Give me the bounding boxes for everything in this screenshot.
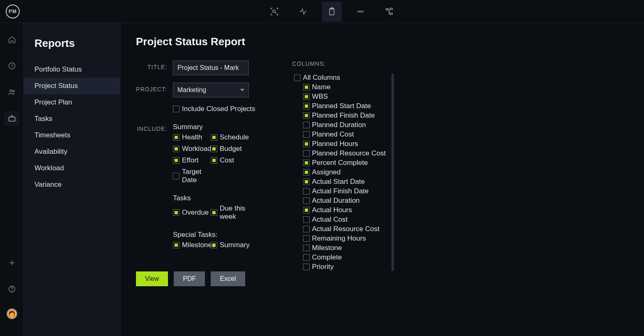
- checkbox-icon: [303, 264, 310, 270]
- pdf-button[interactable]: PDF: [174, 271, 205, 286]
- column-actual-finish-date-checkbox[interactable]: Actual Finish Date: [294, 187, 386, 195]
- sidebar-item-workload[interactable]: Workload: [24, 160, 120, 176]
- column-actual-duration-checkbox[interactable]: Actual Duration: [294, 197, 386, 205]
- include-schedule-checkbox[interactable]: Schedule: [211, 133, 248, 141]
- checkbox-icon: [303, 141, 310, 147]
- checkbox-icon: [211, 209, 217, 216]
- column-planned-duration-checkbox[interactable]: Planned Duration: [294, 121, 386, 129]
- column-complete-checkbox[interactable]: Complete: [294, 253, 386, 262]
- sidebar-title: Reports: [24, 35, 120, 61]
- checkbox-icon: [303, 103, 310, 109]
- briefcase-icon[interactable]: [5, 111, 19, 126]
- column-actual-resource-cost-checkbox[interactable]: Actual Resource Cost: [294, 225, 386, 233]
- logo-text: PM: [9, 9, 17, 14]
- checkbox-icon: [211, 242, 217, 248]
- people-icon[interactable]: [5, 85, 19, 100]
- checkbox-icon: [303, 216, 310, 223]
- search-scan-icon[interactable]: [264, 2, 284, 21]
- excel-button[interactable]: Excel: [211, 271, 245, 286]
- title-label: TITLE:: [136, 60, 173, 70]
- checkbox-icon: [303, 226, 310, 232]
- help-icon[interactable]: [5, 282, 19, 297]
- columns-scroll[interactable]: All ColumnsNameWBSPlanned Start DatePlan…: [292, 74, 394, 271]
- checkbox-icon: [303, 122, 310, 128]
- project-label: PROJECT:: [136, 83, 173, 93]
- tree-icon[interactable]: [380, 2, 399, 21]
- column-planned-finish-date-checkbox[interactable]: Planned Finish Date: [294, 111, 386, 120]
- column-remaining-hours-checkbox[interactable]: Remaining Hours: [294, 234, 386, 243]
- sidebar-item-portfolio-status[interactable]: Portfolio Status: [24, 61, 120, 78]
- svg-point-12: [12, 291, 12, 291]
- include-milestones-checkbox[interactable]: Milestones: [173, 241, 211, 249]
- include-effort-checkbox[interactable]: Effort: [173, 156, 211, 165]
- column-planned-hours-checkbox[interactable]: Planned Hours: [294, 140, 386, 148]
- minus-icon[interactable]: [351, 2, 370, 21]
- home-icon[interactable]: [5, 32, 19, 47]
- include-summary-checkbox[interactable]: Summary: [211, 241, 248, 249]
- include-closed-projects-checkbox[interactable]: Include Closed Projects: [173, 105, 255, 113]
- chevron-down-icon: [240, 89, 244, 91]
- checkbox-icon: [173, 209, 179, 216]
- project-value: Marketing: [177, 86, 206, 94]
- checkbox-icon: [173, 242, 179, 248]
- svg-rect-10: [9, 117, 15, 121]
- sidebar-item-timesheets[interactable]: Timesheets: [24, 127, 120, 144]
- include-group-1: Tasks: [173, 194, 248, 202]
- project-select[interactable]: Marketing: [173, 83, 249, 97]
- columns-panel: COLUMNS: All ColumnsNameWBSPlanned Start…: [292, 60, 394, 286]
- main-area: 🧑 Reports Portfolio StatusProject Status…: [0, 23, 644, 336]
- clipboard-icon[interactable]: [322, 2, 342, 21]
- sidebar-item-variance[interactable]: Variance: [24, 176, 120, 193]
- nav-rail: 🧑: [0, 23, 24, 336]
- include-due-this-week-checkbox[interactable]: Due this week: [211, 204, 248, 221]
- column-planned-resource-cost-checkbox[interactable]: Planned Resource Cost: [294, 149, 386, 158]
- include-overdue-checkbox[interactable]: Overdue: [173, 204, 211, 221]
- columns-label: COLUMNS:: [292, 60, 394, 67]
- column-actual-hours-checkbox[interactable]: Actual Hours: [294, 206, 386, 214]
- include-cost-checkbox[interactable]: Cost: [211, 156, 248, 165]
- column-assigned-checkbox[interactable]: Assigned: [294, 168, 386, 176]
- sidebar-item-project-status[interactable]: Project Status: [24, 78, 120, 94]
- checkbox-icon: [211, 146, 217, 152]
- checkbox-icon: [303, 169, 310, 176]
- column-name-checkbox[interactable]: Name: [294, 83, 386, 91]
- include-group-0: Summary: [173, 123, 248, 131]
- sidebar-item-availability[interactable]: Availability: [24, 144, 120, 160]
- checkbox-icon: [173, 146, 179, 152]
- checkbox-icon: [173, 134, 179, 141]
- column-milestone-checkbox[interactable]: Milestone: [294, 244, 386, 252]
- checkbox-icon: [173, 157, 179, 164]
- checkbox-icon: [303, 245, 310, 251]
- checkbox-icon: [303, 207, 310, 213]
- column-percent-complete-checkbox[interactable]: Percent Complete: [294, 159, 386, 167]
- checkbox-icon: [303, 254, 310, 261]
- title-input[interactable]: [173, 60, 249, 75]
- include-workload-checkbox[interactable]: Workload: [173, 145, 211, 153]
- svg-rect-5: [390, 8, 393, 9]
- include-target-date-checkbox[interactable]: Target Date: [173, 168, 211, 184]
- svg-rect-6: [390, 13, 393, 14]
- activity-icon[interactable]: [293, 2, 313, 21]
- column-wbs-checkbox[interactable]: WBS: [294, 93, 386, 101]
- include-budget-checkbox[interactable]: Budget: [211, 145, 248, 153]
- svg-point-0: [273, 9, 275, 12]
- column-priority-checkbox[interactable]: Priority: [294, 263, 386, 271]
- all-columns-checkbox[interactable]: All Columns: [294, 74, 386, 82]
- sidebar-item-project-plan[interactable]: Project Plan: [24, 94, 120, 111]
- content: Project Status Report TITLE: PROJECT: Ma…: [120, 23, 644, 336]
- checkbox-icon: [303, 131, 310, 138]
- checkbox-icon: [303, 160, 310, 166]
- add-icon[interactable]: [5, 255, 19, 270]
- app-logo[interactable]: PM: [6, 5, 20, 19]
- sidebar-item-tasks[interactable]: Tasks: [24, 111, 120, 127]
- recent-icon[interactable]: [5, 58, 19, 73]
- column-actual-cost-checkbox[interactable]: Actual Cost: [294, 216, 386, 224]
- column-actual-start-date-checkbox[interactable]: Actual Start Date: [294, 178, 386, 186]
- checkbox-icon: [211, 157, 217, 164]
- topbar-views: [20, 2, 644, 21]
- include-health-checkbox[interactable]: Health: [173, 133, 211, 141]
- column-planned-cost-checkbox[interactable]: Planned Cost: [294, 130, 386, 139]
- view-button[interactable]: View: [136, 271, 168, 286]
- column-planned-start-date-checkbox[interactable]: Planned Start Date: [294, 102, 386, 110]
- avatar[interactable]: 🧑: [6, 308, 18, 320]
